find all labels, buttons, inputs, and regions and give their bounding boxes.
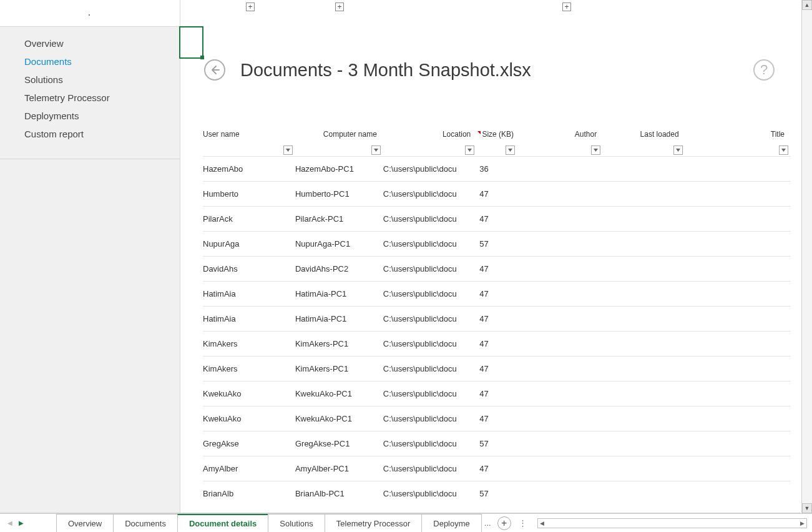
table-row[interactable]: NupurAgaNupurAga-PC1C:\users\public\docu… bbox=[203, 231, 791, 256]
table-row[interactable]: AmyAlberAmyAlber-PC1C:\users\public\docu… bbox=[203, 456, 791, 481]
sidebar-item-solutions[interactable]: Solutions bbox=[0, 71, 180, 89]
cell-size: 47 bbox=[477, 314, 517, 323]
sheet-tab-document-details[interactable]: Document details bbox=[177, 514, 268, 533]
cell-user: KimAkers bbox=[203, 364, 295, 373]
table-row[interactable]: KwekuAkoKwekuAko-PC1C:\users\public\docu… bbox=[203, 406, 791, 431]
horizontal-scrollbar[interactable]: ◀ ▶ bbox=[537, 518, 807, 528]
cell-size: 47 bbox=[477, 389, 517, 398]
cell-user: NupurAga bbox=[203, 239, 295, 249]
outline-expand-1[interactable] bbox=[246, 2, 255, 11]
column-label: Size (KB) bbox=[477, 130, 514, 139]
content-area: Documents - 3 Month Snapshot.xlsx ? User… bbox=[180, 0, 801, 513]
filter-dropdown-icon[interactable] bbox=[673, 145, 683, 155]
cell-computer: KwekuAko-PC1 bbox=[295, 389, 383, 398]
cell-user: KwekuAko bbox=[203, 414, 295, 423]
column-label: Location bbox=[383, 130, 471, 139]
cell-computer: HatimAia-PC1 bbox=[295, 314, 383, 323]
outline-expand-3[interactable] bbox=[562, 2, 571, 11]
sheet-tab-documents[interactable]: Documents bbox=[113, 514, 178, 533]
tab-nav-next[interactable]: ▶ bbox=[19, 520, 24, 526]
cell-computer: KimAkers-PC1 bbox=[295, 339, 383, 348]
sheet-tab-telemetry-processor[interactable]: Telemetry Processor bbox=[325, 514, 422, 533]
vscroll-up[interactable]: ▲ bbox=[802, 0, 812, 10]
table-row[interactable]: GregAkseGregAkse-PC1C:\users\public\docu… bbox=[203, 431, 791, 456]
help-button[interactable]: ? bbox=[753, 59, 775, 81]
column-header-user-name[interactable]: User name bbox=[203, 130, 295, 156]
vscroll-down[interactable]: ▼ bbox=[802, 503, 812, 513]
cell-size: 47 bbox=[477, 339, 517, 348]
table-row[interactable]: DavidAhsDavidAhs-PC2C:\users\public\docu… bbox=[203, 256, 791, 281]
table-row[interactable]: KwekuAkoKwekuAko-PC1C:\users\public\docu… bbox=[203, 381, 791, 406]
page-title: Documents - 3 Month Snapshot.xlsx bbox=[240, 60, 531, 81]
cell-location: C:\users\public\docu bbox=[383, 339, 477, 348]
cell-size: 47 bbox=[477, 189, 517, 199]
cell-computer: KimAkers-PC1 bbox=[295, 364, 383, 373]
filter-dropdown-icon[interactable] bbox=[779, 145, 788, 155]
cell-computer: PilarAck-PC1 bbox=[295, 214, 383, 224]
sidebar-item-documents[interactable]: Documents bbox=[0, 52, 180, 71]
add-sheet-button[interactable]: + bbox=[497, 516, 511, 530]
cell-size: 57 bbox=[477, 239, 517, 249]
column-header-computer-name[interactable]: Computer name bbox=[295, 130, 383, 156]
cell-computer: GregAkse-PC1 bbox=[295, 439, 383, 448]
hscroll-right[interactable]: ▶ bbox=[798, 519, 806, 528]
sidebar-item-overview[interactable]: Overview bbox=[0, 34, 180, 52]
table-row[interactable]: KimAkersKimAkers-PC1C:\users\public\docu… bbox=[203, 331, 791, 356]
table-row[interactable]: HatimAiaHatimAia-PC1C:\users\public\docu… bbox=[203, 281, 791, 306]
cell-user: HatimAia bbox=[203, 289, 295, 298]
filter-dropdown-icon[interactable] bbox=[465, 145, 474, 155]
column-label: Computer name bbox=[295, 130, 377, 139]
table-row[interactable]: PilarAckPilarAck-PC1C:\users\public\docu… bbox=[203, 206, 791, 231]
active-cell-outline[interactable] bbox=[179, 26, 203, 59]
outline-bar bbox=[180, 2, 801, 21]
sidebar-item-telemetry-processor[interactable]: Telemetry Processor bbox=[0, 89, 180, 107]
outline-expand-2[interactable] bbox=[335, 2, 344, 11]
sidebar-item-custom-report[interactable]: Custom report bbox=[0, 125, 180, 143]
filter-dropdown-icon[interactable] bbox=[371, 145, 381, 155]
sheet-tab-solutions[interactable]: Solutions bbox=[268, 514, 325, 533]
table-row[interactable]: HazemAboHazemAbo-PC1C:\users\public\docu… bbox=[203, 156, 791, 181]
table-row[interactable]: HatimAiaHatimAia-PC1C:\users\public\docu… bbox=[203, 306, 791, 331]
tab-overflow-dots[interactable]: ⋮ bbox=[519, 518, 527, 528]
column-header-author[interactable]: Author bbox=[517, 130, 603, 156]
cell-location: C:\users\public\docu bbox=[383, 289, 477, 298]
column-header-location[interactable]: Location bbox=[383, 130, 477, 156]
cell-user: AmyAlber bbox=[203, 464, 295, 473]
cell-location: C:\users\public\docu bbox=[383, 464, 477, 473]
back-button[interactable] bbox=[204, 59, 225, 81]
cell-computer: DavidAhs-PC2 bbox=[295, 264, 383, 273]
table-row[interactable]: HumbertoHumberto-PC1C:\users\public\docu… bbox=[203, 181, 791, 206]
table-row[interactable]: BrianAlbBrianAlb-PC1C:\users\public\docu… bbox=[203, 481, 791, 506]
cell-location: C:\users\public\docu bbox=[383, 239, 477, 249]
sheet-tab-deployme[interactable]: Deployme bbox=[421, 514, 482, 533]
column-label: Last loaded bbox=[603, 130, 678, 139]
column-header-size-kb-[interactable]: Size (KB) bbox=[477, 130, 517, 156]
cell-size: 57 bbox=[477, 439, 517, 448]
vertical-scrollbar[interactable]: ▲ ▼ bbox=[801, 0, 812, 513]
sidebar-item-deployments[interactable]: Deployments bbox=[0, 107, 180, 125]
question-icon: ? bbox=[760, 62, 768, 78]
cell-location: C:\users\public\docu bbox=[383, 214, 477, 224]
cell-location: C:\users\public\docu bbox=[383, 489, 477, 498]
filter-dropdown-icon[interactable] bbox=[591, 145, 600, 155]
tab-ellipsis[interactable]: ... bbox=[484, 518, 491, 528]
cell-user: Humberto bbox=[203, 189, 295, 199]
column-header-last-loaded[interactable]: Last loaded bbox=[603, 130, 685, 156]
hscroll-left[interactable]: ◀ bbox=[538, 519, 547, 528]
cell-computer: KwekuAko-PC1 bbox=[295, 414, 383, 423]
sheet-tabs-strip: ◀ ▶ OverviewDocumentsDocument detailsSol… bbox=[0, 513, 812, 532]
table-row[interactable]: KimAkersKimAkers-PC1C:\users\public\docu… bbox=[203, 356, 791, 381]
tab-nav-prev[interactable]: ◀ bbox=[7, 520, 12, 526]
cell-size: 47 bbox=[477, 414, 517, 423]
column-header-title[interactable]: Title bbox=[685, 130, 791, 156]
cell-location: C:\users\public\docu bbox=[383, 414, 477, 423]
filter-dropdown-icon[interactable] bbox=[506, 145, 515, 155]
cell-size: 47 bbox=[477, 364, 517, 373]
cell-computer: AmyAlber-PC1 bbox=[295, 464, 383, 473]
sheet-tab-overview[interactable]: Overview bbox=[56, 514, 114, 533]
cell-user: HazemAbo bbox=[203, 164, 295, 174]
sidebar-top-blank bbox=[0, 0, 180, 27]
cell-size: 36 bbox=[477, 164, 517, 174]
cell-size: 57 bbox=[477, 489, 517, 498]
filter-dropdown-icon[interactable] bbox=[283, 145, 293, 155]
